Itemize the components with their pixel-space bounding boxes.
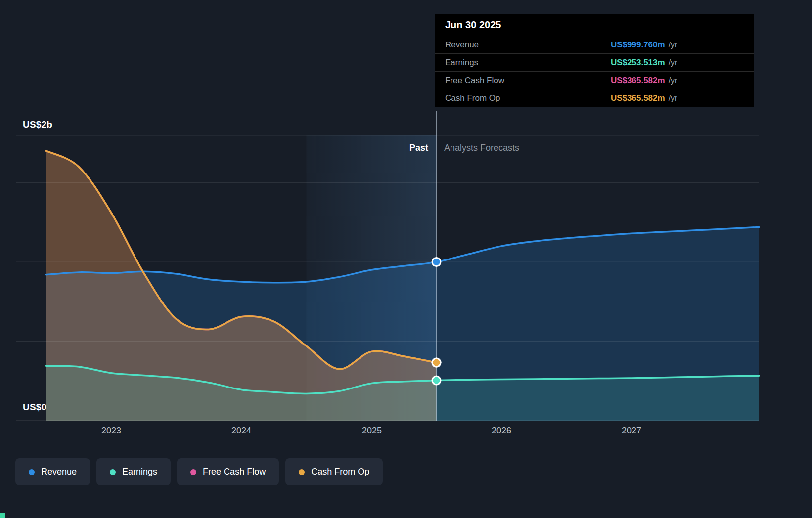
x-tick-2023: 2023: [101, 426, 121, 436]
cash-from-op-marker[interactable]: [432, 358, 441, 367]
tooltip-label-revenue: Revenue: [445, 40, 611, 50]
free-cash-flow-legend-dot-icon: [190, 469, 196, 475]
tooltip-row-earnings: Earnings US$253.513m /yr: [435, 54, 754, 72]
earnings-legend-dot-icon: [110, 469, 116, 475]
tooltip-value-earnings: US$253.513m: [611, 58, 665, 68]
tooltip-label-free-cash-flow: Free Cash Flow: [445, 76, 611, 86]
earnings-revenue-growth-chart: US$2b US$0 Past Analysts Forecasts 2023 …: [0, 0, 812, 518]
series-legend: Revenue Earnings Free Cash Flow Cash Fro…: [15, 458, 383, 485]
past-zone-label: Past: [349, 143, 428, 153]
legend-item-earnings[interactable]: Earnings: [96, 458, 171, 485]
x-tick-2027: 2027: [622, 426, 641, 436]
x-tick-2024: 2024: [231, 426, 251, 436]
x-tick-2026: 2026: [492, 426, 511, 436]
revenue-legend-dot-icon: [29, 469, 35, 475]
legend-item-free-cash-flow[interactable]: Free Cash Flow: [177, 458, 279, 485]
y-axis-max-label: US$2b: [23, 119, 52, 130]
legend-item-cash-from-op[interactable]: Cash From Op: [285, 458, 383, 485]
tooltip-label-cash-from-op: Cash From Op: [445, 93, 611, 103]
y-axis-zero-label: US$0: [23, 402, 46, 413]
legend-label-revenue: Revenue: [41, 467, 77, 477]
cash-from-op-legend-dot-icon: [299, 469, 305, 475]
tooltip-row-cash-from-op: Cash From Op US$365.582m /yr: [435, 89, 754, 107]
tooltip-date: Jun 30 2025: [435, 14, 754, 36]
tooltip-value-free-cash-flow: US$365.582m: [611, 76, 665, 86]
bottom-left-artifact: [0, 513, 5, 518]
legend-label-cash-from-op: Cash From Op: [311, 467, 369, 477]
tooltip-suffix-cash-from-op: /yr: [669, 94, 677, 103]
tooltip-label-earnings: Earnings: [445, 58, 611, 68]
tooltip-suffix-free-cash-flow: /yr: [669, 76, 677, 85]
tooltip-suffix-revenue: /yr: [669, 41, 677, 49]
tooltip-value-cash-from-op: US$365.582m: [611, 93, 665, 103]
legend-item-revenue[interactable]: Revenue: [15, 458, 90, 485]
tooltip-row-revenue: Revenue US$999.760m /yr: [435, 36, 754, 54]
revenue-marker[interactable]: [432, 258, 441, 266]
earnings-marker[interactable]: [432, 376, 441, 385]
tooltip-suffix-earnings: /yr: [669, 58, 677, 67]
tooltip-row-free-cash-flow: Free Cash Flow US$365.582m /yr: [435, 72, 754, 89]
x-tick-2025: 2025: [362, 426, 382, 436]
tooltip-value-revenue: US$999.760m: [611, 40, 665, 50]
forecast-zone-label: Analysts Forecasts: [444, 143, 519, 153]
legend-label-earnings: Earnings: [122, 467, 157, 477]
legend-label-free-cash-flow: Free Cash Flow: [203, 467, 266, 477]
chart-tooltip: Jun 30 2025 Revenue US$999.760m /yr Earn…: [435, 14, 754, 107]
